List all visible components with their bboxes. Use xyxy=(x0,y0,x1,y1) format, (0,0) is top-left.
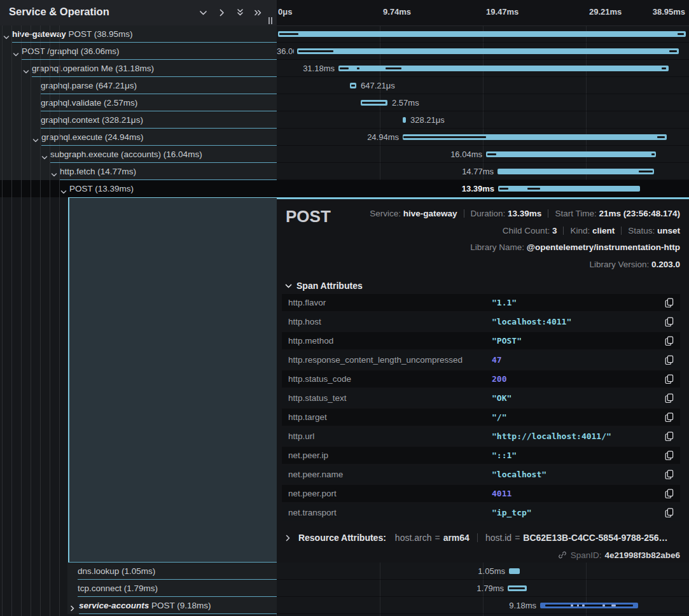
span-tree-row[interactable]: graphql.parse (647.21μs) xyxy=(0,77,277,94)
span-row-border xyxy=(32,76,277,77)
attribute-value: 47 xyxy=(492,351,502,368)
resource-attributes-heading: Resource Attributes: xyxy=(298,533,386,543)
span-tree-row[interactable]: POST (13.39ms) xyxy=(0,180,277,197)
span-duration-bar[interactable] xyxy=(278,31,686,37)
chevron-down-icon[interactable] xyxy=(198,8,209,17)
span-duration-bar[interactable] xyxy=(350,83,356,88)
tree-header-title: Service & Operation xyxy=(9,6,109,18)
chevron-down-icon[interactable] xyxy=(3,31,10,43)
chevron-right-icon[interactable] xyxy=(70,603,75,614)
attribute-row: http.url"http://localhost:4011/" xyxy=(282,428,680,445)
link-icon[interactable] xyxy=(558,550,567,559)
span-tree-row[interactable]: hive-gateway POST (38.95ms) xyxy=(0,25,277,43)
attribute-row: http.status_code200 xyxy=(282,370,680,388)
span-timeline-row[interactable]: 328.21μs xyxy=(277,111,689,129)
span-tree-row[interactable]: tcp.connect (1.79ms) xyxy=(67,580,277,597)
column-resize-handle[interactable] xyxy=(267,15,275,24)
span-detail-title: POST xyxy=(286,207,331,227)
chevrons-down-icon[interactable] xyxy=(235,8,246,17)
copy-icon[interactable] xyxy=(665,298,674,308)
span-timeline-row[interactable]: 13.39ms xyxy=(277,180,689,197)
attribute-key: net.transport xyxy=(288,504,337,521)
span-duration-bar[interactable] xyxy=(540,603,638,608)
bar-notch xyxy=(351,85,355,87)
span-tree-row[interactable]: graphql.context (328.21μs) xyxy=(0,111,277,129)
chevron-down-icon[interactable] xyxy=(51,169,57,180)
span-duration-bar[interactable] xyxy=(498,169,654,174)
ruler-tick: 29.21ms xyxy=(589,7,622,17)
indent-guide xyxy=(50,25,50,616)
copy-icon[interactable] xyxy=(665,336,674,346)
tree-header: Service & Operation xyxy=(0,0,277,25)
span-attributes-toggle[interactable]: Span Attributes xyxy=(285,281,363,291)
span-row-border xyxy=(79,613,277,614)
span-duration-bar[interactable] xyxy=(403,134,667,140)
chevron-down-icon[interactable] xyxy=(32,134,39,146)
chevron-down-icon[interactable] xyxy=(60,186,67,197)
span-duration-bar[interactable] xyxy=(361,100,387,106)
span-timeline-row[interactable]: 16.04ms xyxy=(277,146,689,163)
span-row-label: graphql.validate (2.57ms) xyxy=(41,94,137,111)
span-timeline-row[interactable]: 647.21μs xyxy=(277,77,689,94)
bar-notch xyxy=(340,67,349,69)
chevron-down-icon[interactable] xyxy=(13,48,19,60)
copy-icon[interactable] xyxy=(665,412,674,423)
copy-icon[interactable] xyxy=(665,470,674,480)
chevrons-right-icon[interactable] xyxy=(253,8,263,17)
bar-duration-label: 36.06ms xyxy=(277,43,294,60)
span-row-border xyxy=(22,59,277,60)
span-duration-bar[interactable] xyxy=(508,585,527,591)
bar-notch xyxy=(571,605,573,606)
bar-notch xyxy=(611,605,616,606)
copy-icon[interactable] xyxy=(665,489,674,499)
chevron-right-icon xyxy=(285,535,291,542)
copy-icon[interactable] xyxy=(665,355,674,365)
copy-icon[interactable] xyxy=(665,431,674,442)
copy-icon[interactable] xyxy=(665,393,674,403)
span-timeline-row[interactable]: 31.18ms xyxy=(277,60,689,77)
span-tree-row[interactable]: http.fetch (14.77ms) xyxy=(0,163,277,180)
attribute-value: "POST" xyxy=(492,332,522,349)
span-row-border xyxy=(41,128,277,129)
span-duration-bar[interactable] xyxy=(338,66,669,71)
span-timeline-row[interactable]: 2.57ms xyxy=(277,94,689,111)
span-tree-row[interactable]: dns.lookup (1.05ms) xyxy=(67,563,277,580)
span-timeline-row[interactable]: 14.77ms xyxy=(277,163,689,180)
indent-guide xyxy=(21,25,22,616)
span-timeline-row[interactable]: 24.94ms xyxy=(277,129,689,146)
resource-attributes-row[interactable]: Resource Attributes:host.arch=arm64host.… xyxy=(285,533,668,543)
detail-meta-line: Child Count: 3Kind: clientStatus: unset xyxy=(370,223,680,240)
span-duration-bar[interactable] xyxy=(486,151,656,157)
span-duration-bar[interactable] xyxy=(403,117,406,123)
copy-icon[interactable] xyxy=(665,508,674,518)
span-tree-row[interactable]: subgraph.execute (accounts) (16.04ms) xyxy=(0,146,277,163)
span-timeline-row[interactable]: 9.18ms xyxy=(277,597,689,614)
span-tree-row[interactable]: POST /graphql (36.06ms) xyxy=(0,43,277,60)
copy-icon[interactable] xyxy=(665,374,674,384)
attribute-row: net.peer.ip"::1" xyxy=(282,447,680,464)
chevron-down-icon[interactable] xyxy=(23,66,29,77)
chevron-down-icon[interactable] xyxy=(41,151,48,163)
span-timeline-row[interactable]: 1.05ms xyxy=(277,563,689,580)
bar-duration-label: 9.18ms xyxy=(277,597,536,614)
attribute-row: http.host"localhost:4011" xyxy=(282,313,680,330)
chevron-right-icon[interactable] xyxy=(217,8,227,17)
span-duration-bar[interactable] xyxy=(498,186,640,192)
span-tree-row[interactable]: graphql.validate (2.57ms) xyxy=(0,94,277,111)
span-tree-row[interactable]: graphql.execute (24.94ms) xyxy=(0,129,277,146)
span-duration-bar[interactable] xyxy=(509,568,520,574)
span-duration-bar[interactable] xyxy=(297,48,679,54)
attribute-value: "ip_tcp" xyxy=(492,504,532,521)
span-timeline-row[interactable]: 36.06ms xyxy=(277,43,689,60)
ruler-tick: 19.47ms xyxy=(486,7,518,17)
span-tree-row[interactable]: graphql.operation Me (31.18ms) xyxy=(0,60,277,77)
attribute-row: net.peer.name"localhost" xyxy=(282,466,680,483)
copy-icon[interactable] xyxy=(665,317,674,327)
bar-notch xyxy=(662,67,666,69)
span-timeline-row[interactable]: 1.79ms xyxy=(277,580,689,597)
span-tree-row[interactable]: service-accounts POST (9.18ms) xyxy=(67,597,277,614)
copy-icon[interactable] xyxy=(665,451,674,461)
bar-duration-label: 2.57ms xyxy=(392,94,419,111)
span-timeline-row[interactable] xyxy=(277,25,689,43)
span-row-label: service-accounts POST (9.18ms) xyxy=(79,597,211,614)
